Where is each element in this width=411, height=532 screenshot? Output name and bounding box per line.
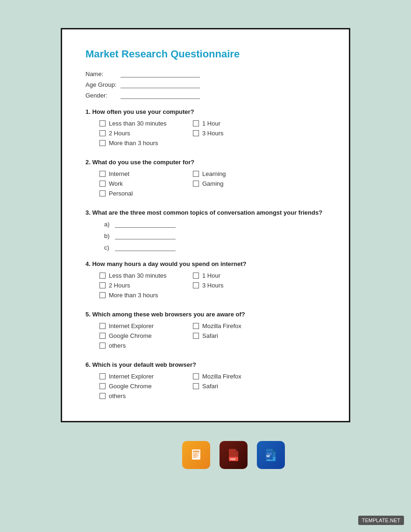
q5-label-safari: Safari bbox=[202, 332, 218, 339]
q1-row-1: Less than 30 minutes 1 Hour bbox=[99, 120, 326, 127]
question-4-text: 4. How many hours a day would you spend … bbox=[85, 260, 326, 267]
q6-opt-others: others bbox=[99, 392, 193, 399]
app-icons-row: PDF W W bbox=[126, 441, 285, 469]
question-1-text: 1. How often you use your computer? bbox=[85, 108, 326, 115]
q2-opt-personal: Personal bbox=[99, 190, 193, 197]
q4-check-3hours[interactable] bbox=[193, 282, 199, 288]
pdf-icon[interactable]: PDF bbox=[220, 441, 248, 469]
q1-check-2hours[interactable] bbox=[99, 130, 106, 136]
q6-check-chrome[interactable] bbox=[99, 383, 106, 389]
q6-opt-firefox: Mozilla Firefox bbox=[193, 373, 241, 380]
question-2-section: 2. What do you use the computer for? Int… bbox=[85, 159, 326, 200]
q4-check-1hour[interactable] bbox=[193, 273, 199, 279]
q2-check-personal[interactable] bbox=[99, 190, 106, 196]
question-3-section: 3. What are the three most common topics… bbox=[85, 209, 326, 251]
q1-check-more3[interactable] bbox=[99, 140, 106, 146]
q2-check-work[interactable] bbox=[99, 181, 106, 187]
q3-label-c: c) bbox=[104, 244, 111, 251]
word-icon[interactable]: W W bbox=[257, 441, 285, 469]
q5-opt-firefox: Mozilla Firefox bbox=[193, 322, 241, 329]
q1-opt-more3: More than 3 hours bbox=[99, 140, 193, 147]
q1-opt-3hours: 3 Hours bbox=[193, 130, 224, 137]
document-frame: Market Research Questionnaire Name: Age … bbox=[61, 28, 350, 422]
q4-check-2hours[interactable] bbox=[99, 282, 106, 288]
q5-row-3: others bbox=[99, 342, 326, 349]
q2-label-internet: Internet bbox=[109, 170, 129, 177]
q2-check-internet[interactable] bbox=[99, 171, 106, 177]
q4-opt-1hour: 1 Hour bbox=[193, 272, 220, 279]
question-4-options: Less than 30 minutes 1 Hour 2 Hours 3 Ho… bbox=[85, 272, 326, 301]
pages-icon[interactable] bbox=[182, 441, 210, 469]
q1-label-less30: Less than 30 minutes bbox=[109, 120, 167, 127]
q5-label-chrome: Google Chrome bbox=[109, 332, 152, 339]
age-group-input-line[interactable] bbox=[120, 82, 200, 88]
age-group-field-row: Age Group: bbox=[85, 81, 326, 88]
q5-check-firefox[interactable] bbox=[193, 323, 199, 329]
q1-check-3hours[interactable] bbox=[193, 130, 199, 136]
q2-check-learning[interactable] bbox=[193, 171, 199, 177]
q1-row-2: 2 Hours 3 Hours bbox=[99, 130, 326, 137]
q1-label-more3: More than 3 hours bbox=[109, 140, 158, 147]
q4-label-more3: More than 3 hours bbox=[109, 292, 158, 299]
q5-check-chrome[interactable] bbox=[99, 333, 106, 339]
q5-check-others[interactable] bbox=[99, 343, 106, 349]
q2-opt-work: Work bbox=[99, 180, 193, 187]
svg-rect-7 bbox=[235, 452, 238, 457]
gender-label: Gender: bbox=[85, 92, 120, 99]
q1-check-1hour[interactable] bbox=[193, 120, 199, 126]
q2-label-learning: Learning bbox=[202, 170, 226, 177]
q3-line-b[interactable] bbox=[115, 233, 176, 239]
q5-check-ie[interactable] bbox=[99, 323, 106, 329]
question-3-text: 3. What are the three most common topics… bbox=[85, 209, 326, 216]
name-label: Name: bbox=[85, 70, 120, 77]
name-input-line[interactable] bbox=[120, 71, 200, 77]
q4-row-1: Less than 30 minutes 1 Hour bbox=[99, 272, 326, 279]
svg-rect-4 bbox=[193, 455, 198, 456]
q6-check-others[interactable] bbox=[99, 393, 106, 399]
q2-check-gaming[interactable] bbox=[193, 181, 199, 187]
q1-opt-2hours: 2 Hours bbox=[99, 130, 193, 137]
q1-label-3hours: 3 Hours bbox=[202, 130, 224, 137]
q3-line-a[interactable] bbox=[115, 221, 176, 228]
q4-check-more3[interactable] bbox=[99, 292, 106, 298]
q4-row-2: 2 Hours 3 Hours bbox=[99, 282, 326, 289]
gender-field-row: Gender: bbox=[85, 92, 326, 99]
q6-opt-ie: Internet Explorer bbox=[99, 373, 193, 380]
q5-check-safari[interactable] bbox=[193, 333, 199, 339]
q4-opt-less30: Less than 30 minutes bbox=[99, 272, 193, 279]
question-4-section: 4. How many hours a day would you spend … bbox=[85, 260, 326, 301]
q3-label-a: a) bbox=[104, 221, 111, 228]
q4-opt-2hours: 2 Hours bbox=[99, 282, 193, 289]
q4-label-less30: Less than 30 minutes bbox=[109, 272, 167, 279]
q2-label-work: Work bbox=[109, 180, 123, 187]
q6-check-firefox[interactable] bbox=[193, 373, 199, 379]
svg-rect-6 bbox=[229, 449, 235, 457]
question-1-section: 1. How often you use your computer? Less… bbox=[85, 108, 326, 149]
q6-check-safari[interactable] bbox=[193, 383, 199, 389]
q2-opt-gaming: Gaming bbox=[193, 180, 224, 187]
svg-rect-2 bbox=[193, 453, 199, 454]
q1-opt-1hour: 1 Hour bbox=[193, 120, 220, 127]
q2-row-1: Internet Learning bbox=[99, 170, 326, 177]
question-6-options: Internet Explorer Mozilla Firefox Google… bbox=[85, 373, 326, 402]
q3-line-c[interactable] bbox=[115, 245, 176, 251]
watermark-badge: TEMPLATE.NET bbox=[358, 516, 404, 525]
q4-opt-more3: More than 3 hours bbox=[99, 292, 193, 299]
q4-check-less30[interactable] bbox=[99, 273, 106, 279]
q6-row-1: Internet Explorer Mozilla Firefox bbox=[99, 373, 326, 380]
q4-row-3: More than 3 hours bbox=[99, 292, 326, 299]
question-3-inputs: a) b) c) bbox=[85, 221, 326, 251]
q5-row-2: Google Chrome Safari bbox=[99, 332, 326, 339]
gender-input-line[interactable] bbox=[120, 92, 200, 99]
q5-opt-chrome: Google Chrome bbox=[99, 332, 193, 339]
svg-text:PDF: PDF bbox=[230, 458, 236, 461]
q5-opt-safari: Safari bbox=[193, 332, 218, 339]
q2-label-gaming: Gaming bbox=[202, 180, 224, 187]
q1-label-1hour: 1 Hour bbox=[202, 120, 220, 127]
q3-input-b: b) bbox=[104, 232, 326, 239]
q6-check-ie[interactable] bbox=[99, 373, 106, 379]
q3-input-a: a) bbox=[104, 221, 326, 228]
q1-check-less30[interactable] bbox=[99, 120, 106, 126]
q3-input-c: c) bbox=[104, 244, 326, 251]
q6-row-3: others bbox=[99, 392, 326, 399]
